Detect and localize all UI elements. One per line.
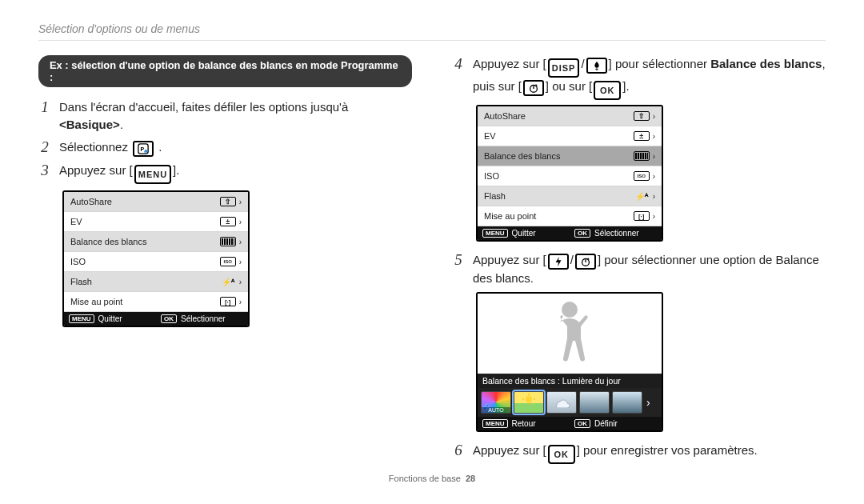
menu-pill-icon: MENU [482, 419, 508, 428]
footer-section: Fonctions de base [389, 474, 461, 483]
menu-pill-icon: MENU [482, 229, 508, 238]
share-icon [634, 111, 650, 121]
wb-option-auto: ✓ AUTO [481, 391, 511, 414]
mode-p-icon: P+ [133, 141, 154, 157]
menu-row-iso: ISO› [64, 252, 248, 272]
menu-row-af: Mise au point› [64, 292, 248, 312]
page-footer: Fonctions de base 28 [38, 474, 826, 483]
step-4: 4 Appuyez sur [DISP/] pour sélectionner … [452, 55, 826, 100]
macro-icon [586, 58, 607, 74]
flash-icon [634, 191, 650, 201]
svg-text:P: P [141, 146, 146, 152]
ev-icon [220, 217, 236, 226]
ok-pill-icon: OK [574, 229, 590, 238]
menu-row-ev: EV› [478, 126, 662, 146]
step-1-target: <Basique> [59, 118, 120, 131]
af-icon [220, 297, 236, 306]
af-icon [634, 211, 650, 221]
wb-icon [634, 151, 650, 161]
step-number: 5 [452, 251, 465, 269]
ev-icon [634, 131, 650, 141]
step-number: 2 [38, 138, 51, 156]
chevron-right-icon: › [645, 396, 652, 409]
ok-button-icon: OK [548, 445, 575, 464]
camera-menu-footer: MENUQuitter OKSélectionner [478, 226, 662, 240]
step-1: 1 Dans l'écran d'accueil, faites défiler… [38, 98, 412, 134]
wb-option-daylight [514, 391, 544, 414]
menu-pill-icon: MENU [69, 314, 94, 323]
disp-button-icon: DISP [548, 58, 580, 78]
menu-row-flash: Flash› [478, 186, 662, 206]
menu-row-af: Mise au point› [478, 206, 662, 226]
step-2-text: Sélectionnez [59, 140, 131, 154]
step-3: 3 Appuyez sur [MENU]. [38, 162, 412, 184]
wb-preview-footer: MENURetour OKDéfinir [478, 417, 662, 430]
wb-option-fluorescent [612, 391, 642, 414]
iso-icon [634, 171, 650, 181]
step-3-text: Appuyez sur [ [59, 163, 133, 177]
ok-button-icon: OK [594, 81, 621, 100]
step-4-target: Balance des blancs [710, 57, 822, 70]
timer-icon [575, 254, 596, 270]
left-column: Ex : sélection d'une option de balance d… [38, 55, 412, 469]
step-number: 4 [452, 55, 465, 73]
wb-preview-screenshot: Balance des blancs : Lumière du jour ✓ A… [476, 292, 663, 432]
footer-page-number: 28 [466, 474, 475, 483]
timer-icon [523, 80, 544, 96]
menu-row-autoshare: AutoShare› [64, 192, 248, 212]
step-1-text: Dans l'écran d'accueil, faites défiler l… [59, 100, 348, 114]
flash-icon [220, 277, 236, 286]
step-5: 5 Appuyez sur [/] pour sélectionner une … [452, 251, 826, 287]
camera-menu-screenshot: AutoShare› EV› Balance des blancs› ISO› … [62, 190, 250, 327]
breadcrumb: Sélection d'options ou de menus [38, 22, 826, 41]
menu-row-flash: Flash› [64, 272, 248, 292]
step-6: 6 Appuyez sur [OK] pour enregistrer vos … [452, 442, 826, 464]
menu-row-ev: EV› [64, 212, 248, 232]
wb-label: Balance des blancs : Lumière du jour [478, 374, 662, 388]
step-number: 1 [38, 98, 51, 116]
ok-pill-icon: OK [161, 314, 177, 323]
menu-row-autoshare: AutoShare› [478, 106, 662, 126]
svg-point-7 [526, 396, 532, 402]
camera-menu-footer: MENUQuitter OKSélectionner [64, 312, 248, 326]
right-column: 4 Appuyez sur [DISP/] pour sélectionner … [452, 55, 826, 469]
iso-icon [220, 257, 236, 266]
flash-icon [548, 254, 569, 270]
camera-menu-screenshot-highlighted: AutoShare› EV› Balance des blancs› ISO› … [476, 105, 663, 242]
wb-option-tungsten [579, 391, 610, 414]
menu-row-wb: Balance des blancs› [64, 232, 248, 252]
menu-row-wb-selected: Balance des blancs› [478, 146, 662, 166]
step-number: 3 [38, 162, 51, 179]
wb-option-cloudy [546, 391, 577, 414]
menu-button-icon: MENU [134, 165, 171, 184]
svg-point-6 [562, 302, 578, 318]
share-icon [220, 197, 236, 206]
wb-icon [220, 237, 236, 246]
person-silhouette-icon [546, 298, 594, 366]
example-note: Ex : sélection d'une option de balance d… [38, 55, 412, 87]
ok-pill-icon: OK [574, 419, 590, 428]
step-number: 6 [452, 442, 465, 459]
wb-live-view [478, 294, 662, 374]
menu-row-iso: ISO› [478, 166, 662, 186]
step-2: 2 Sélectionnez P+ . [38, 138, 412, 157]
svg-text:+: + [145, 150, 147, 154]
wb-options-strip: ✓ AUTO › [478, 388, 662, 417]
